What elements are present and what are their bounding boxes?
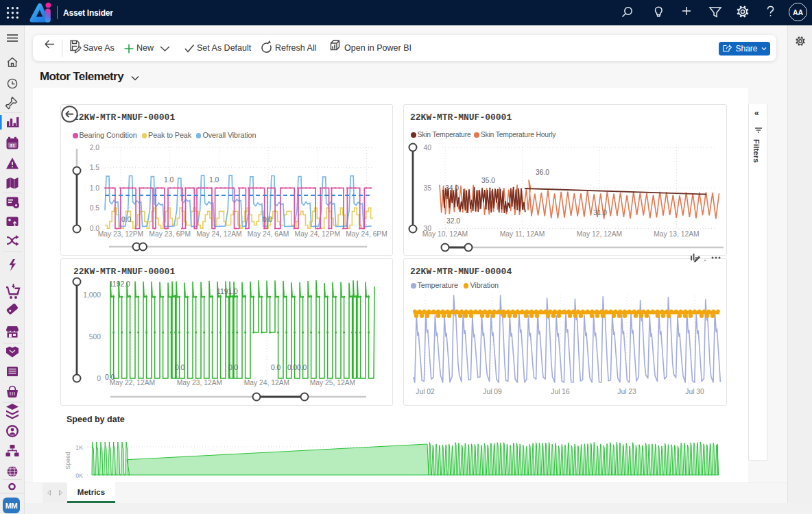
svg-text:Jul 30: Jul 30: [685, 388, 704, 395]
svg-text:May 24, 6PM: May 24, 6PM: [346, 230, 387, 238]
svg-text:36.0: 36.0: [536, 169, 549, 176]
svg-text:May 12, 12AM: May 12, 12AM: [577, 230, 622, 238]
svg-text:35: 35: [424, 184, 432, 192]
svg-text:500: 500: [89, 333, 101, 341]
svg-text:May 24, 6AM: May 24, 6AM: [248, 230, 289, 238]
svg-text:2.0: 2.0: [90, 144, 100, 151]
svg-text:0.5: 0.5: [90, 204, 100, 212]
svg-text:35.0: 35.0: [481, 177, 495, 184]
svg-text:1.0: 1.0: [90, 184, 100, 192]
svg-text:May 25, 12AM: May 25, 12AM: [310, 379, 355, 387]
svg-text:0.0: 0.0: [175, 364, 185, 371]
svg-text:May 23, 6PM: May 23, 6PM: [149, 230, 191, 238]
svg-text:0.0: 0.0: [297, 364, 307, 371]
svg-text:May 24, 12AM: May 24, 12AM: [196, 230, 241, 238]
svg-text:40: 40: [424, 144, 432, 151]
svg-text:0.0: 0.0: [287, 364, 298, 371]
svg-text:1.0: 1.0: [209, 176, 219, 184]
svg-text:Speed: Speed: [64, 452, 71, 469]
svg-text:0K: 0K: [75, 472, 83, 479]
svg-text:May 24, 12PM: May 24, 12PM: [295, 230, 340, 238]
svg-text:1191.0: 1191.0: [217, 288, 238, 295]
svg-text:May 22, 12AM: May 22, 12AM: [110, 379, 155, 387]
svg-text:1.0: 1.0: [164, 176, 174, 184]
svg-text:34.0: 34.0: [445, 184, 459, 192]
svg-text:May 10, 12AM: May 10, 12AM: [422, 230, 468, 238]
svg-text:0.0: 0.0: [263, 216, 273, 223]
svg-text:May 11, 12AM: May 11, 12AM: [500, 230, 545, 238]
svg-text:0.0: 0.0: [271, 364, 281, 371]
svg-text:May 23, 12PM: May 23, 12PM: [98, 230, 143, 238]
svg-text:31: 31: [10, 143, 15, 148]
svg-text:0: 0: [97, 375, 101, 382]
svg-text:1K: 1K: [75, 444, 83, 451]
svg-text:32.0: 32.0: [446, 217, 460, 225]
svg-text:1192.0: 1192.0: [109, 280, 130, 288]
svg-text:0.0: 0.0: [228, 364, 239, 371]
svg-text:May 13, 12AM: May 13, 12AM: [654, 230, 699, 238]
svg-text:31.0: 31.0: [593, 209, 607, 217]
svg-text:Jul 16: Jul 16: [551, 388, 570, 395]
svg-text:May 23, 12AM: May 23, 12AM: [177, 379, 222, 387]
svg-text:0.0: 0.0: [121, 216, 132, 223]
svg-text:May 24, 12AM: May 24, 12AM: [244, 379, 289, 387]
svg-text:0.0: 0.0: [105, 374, 115, 381]
svg-text:Jul 02: Jul 02: [416, 388, 435, 395]
svg-text:1,000: 1,000: [83, 291, 101, 299]
svg-text:1.5: 1.5: [90, 164, 100, 171]
svg-text:Jul 09: Jul 09: [483, 388, 502, 395]
svg-text:Jul 23: Jul 23: [617, 388, 636, 395]
